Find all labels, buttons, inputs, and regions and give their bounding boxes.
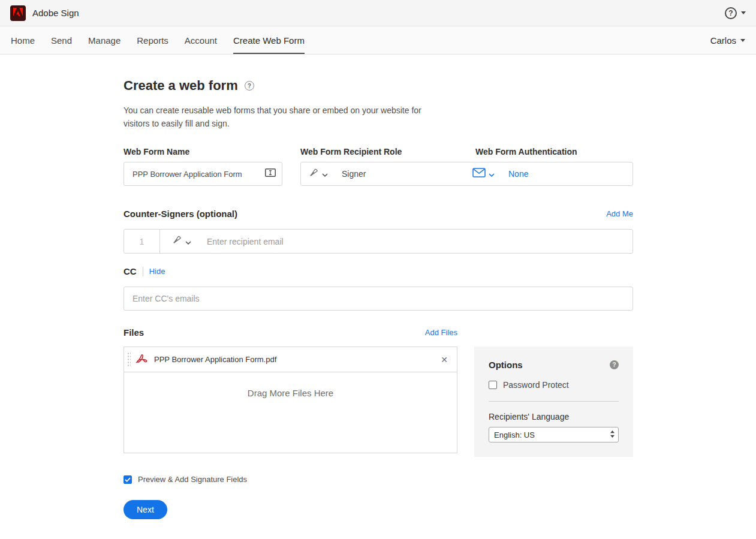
nav-manage[interactable]: Manage [88, 26, 121, 54]
chevron-down-icon [489, 168, 495, 179]
create-web-form-page: Adobe Sign ? Home Send Manage Reports Ac… [0, 0, 756, 539]
adobe-sign-logo[interactable] [10, 5, 26, 21]
help-menu[interactable]: ? [725, 7, 746, 19]
divider [489, 401, 619, 402]
language-select[interactable]: English: US [489, 427, 619, 442]
options-title: Options [489, 360, 523, 370]
recipient-role-label: Web Form Recipient Role [300, 147, 475, 156]
add-files-link[interactable]: Add Files [425, 328, 457, 337]
select-spinner-icon [610, 430, 615, 440]
preview-signature-checkbox[interactable] [124, 475, 132, 484]
add-me-link[interactable]: Add Me [606, 209, 633, 218]
adobe-a-icon [13, 8, 23, 19]
role-selector[interactable] [308, 167, 328, 181]
nav-create-web-form[interactable]: Create Web Form [233, 26, 305, 54]
files-label: Files [124, 327, 144, 338]
nav-reports[interactable]: Reports [137, 26, 168, 54]
options-panel: Options ? Password Protect Recipients' L… [474, 347, 633, 457]
cc-label: CC [124, 266, 137, 276]
counter-signer-row: 1 [124, 229, 633, 254]
web-form-name-label: Web Form Name [124, 147, 282, 156]
recipient-role-value: Signer [342, 169, 366, 179]
drag-handle-icon[interactable] [127, 352, 131, 368]
chevron-down-icon [741, 11, 746, 14]
drop-zone-text: Drag More Files Here [248, 388, 333, 453]
nav-account[interactable]: Account [185, 26, 217, 54]
nav-home[interactable]: Home [11, 26, 35, 54]
nav-send[interactable]: Send [51, 26, 72, 54]
password-protect-checkbox[interactable] [489, 381, 497, 389]
remove-file-icon[interactable]: ✕ [441, 356, 448, 364]
main-content: Create a web form ? You can create reusa… [124, 55, 633, 519]
delivery-method-selector[interactable] [472, 168, 495, 180]
file-drop-area[interactable]: PPP Borrower Application Form.pdf ✕ Drag… [124, 347, 457, 453]
divider [143, 267, 143, 276]
signer-index: 1 [124, 230, 160, 253]
pdf-icon [135, 353, 149, 366]
drop-zone[interactable]: Drag More Files Here [124, 372, 457, 453]
cc-emails-input[interactable] [124, 287, 633, 311]
signature-pen-icon [171, 234, 182, 248]
password-protect-label: Password Protect [503, 380, 569, 390]
chevron-down-icon [322, 168, 328, 179]
recipients-language-label: Recipients' Language [489, 412, 619, 421]
web-form-name-input[interactable] [131, 169, 265, 179]
title-help-icon[interactable]: ? [245, 81, 254, 91]
attached-file-row: PPP Borrower Application Form.pdf ✕ [124, 347, 457, 372]
web-form-name-box [124, 162, 282, 186]
preview-signature-label: Preview & Add Signature Fields [138, 475, 247, 484]
app-name: Adobe Sign [32, 8, 79, 18]
next-button[interactable]: Next [124, 500, 167, 519]
form-top-row: Web Form Name Web Form Recipi [124, 147, 633, 186]
chevron-down-icon [740, 39, 745, 42]
authentication-value-link[interactable]: None [508, 169, 528, 179]
signer-role-selector[interactable] [171, 234, 191, 248]
preview-signature-option[interactable]: Preview & Add Signature Fields [124, 475, 633, 484]
recipient-role-box: Signer [300, 162, 633, 186]
authentication-label: Web Form Authentication [475, 147, 577, 156]
signature-pen-icon [308, 167, 319, 181]
main-nav: Home Send Manage Reports Account Create … [0, 26, 756, 55]
counter-signers-label: Counter-Signers (optional) [124, 209, 237, 219]
options-help-icon[interactable]: ? [610, 360, 619, 369]
chevron-down-icon [185, 236, 191, 247]
user-menu[interactable]: Carlos [710, 26, 745, 54]
password-protect-option[interactable]: Password Protect [489, 380, 619, 390]
top-bar: Adobe Sign ? [0, 0, 756, 26]
page-title: Create a web form [124, 78, 238, 94]
envelope-icon [472, 168, 486, 180]
language-select-value: English: US [494, 430, 535, 439]
page-description: You can create reusable web forms that y… [124, 104, 441, 130]
help-icon[interactable]: ? [725, 7, 737, 19]
attached-file-name: PPP Borrower Application Form.pdf [154, 355, 441, 364]
user-name: Carlos [710, 35, 736, 46]
recipient-email-input[interactable] [206, 236, 632, 247]
rename-icon[interactable] [265, 168, 276, 179]
cc-hide-link[interactable]: Hide [149, 267, 165, 276]
